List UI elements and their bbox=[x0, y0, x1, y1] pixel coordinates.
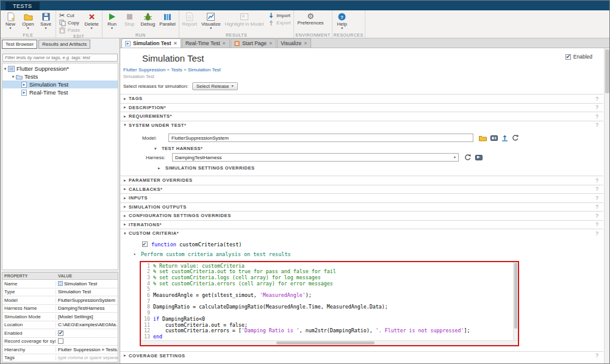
close-icon[interactable]: × bbox=[269, 41, 272, 46]
help-icon[interactable]: ? bbox=[595, 113, 598, 120]
section-custom-criteria[interactable]: ▾ CUSTOM CRITERIA* ? bbox=[120, 229, 603, 238]
tab-test-browser[interactable]: Test Browser bbox=[2, 40, 37, 49]
value-checkbox[interactable] bbox=[58, 330, 63, 336]
property-value[interactable]: Flutter Suppression » Tests... bbox=[56, 347, 118, 352]
help-icon[interactable]: ? bbox=[595, 104, 598, 110]
section-simulation-settings-overrides[interactable]: ▸ SIMULATION SETTINGS OVERRIDES bbox=[158, 165, 603, 171]
delete-button[interactable]: Delete ▾ bbox=[82, 11, 100, 30]
property-row[interactable]: ModelFlutterSuppressionSystem bbox=[2, 296, 118, 305]
property-value[interactable]: Simulation Test bbox=[56, 281, 118, 287]
property-value[interactable]: DampingTestHarness bbox=[56, 305, 118, 311]
enabled-checkbox-row[interactable]: Enabled bbox=[565, 54, 592, 60]
property-value[interactable] bbox=[56, 338, 118, 344]
property-row[interactable]: LocationC:\AEG\Examples\AEGMa... bbox=[2, 321, 118, 330]
property-value[interactable]: [Model Settings] bbox=[56, 314, 118, 319]
property-row[interactable]: TypeSimulation Test bbox=[2, 288, 118, 297]
save-button[interactable]: Save ▾ bbox=[37, 11, 54, 30]
breadcrumb-link[interactable]: Flutter Suppression bbox=[123, 67, 165, 73]
parallel-button[interactable]: Parallel bbox=[157, 11, 178, 27]
criteria-analysis-toggle[interactable]: ▸ Perform custom criteria analysis on te… bbox=[134, 251, 603, 257]
section-tags[interactable]: ▸ TAGS ? bbox=[120, 94, 603, 103]
help-icon[interactable]: ? bbox=[595, 230, 598, 237]
property-value[interactable]: C:\AEG\Examples\AEGMa... bbox=[56, 322, 118, 327]
code-horizontal-scrollbar[interactable] bbox=[141, 340, 518, 345]
tests-ribbon-tab[interactable]: TESTS bbox=[5, 2, 40, 10]
vertical-scrollbar[interactable] bbox=[604, 48, 609, 364]
section-requirements[interactable]: ▸ REQUIREMENTS* ? bbox=[120, 112, 603, 121]
filter-tests-input[interactable] bbox=[2, 54, 118, 62]
property-value[interactable]: type comma or space separat bbox=[56, 355, 118, 360]
scrollbar-thumb[interactable] bbox=[276, 341, 375, 344]
help-icon[interactable]: ? bbox=[595, 122, 598, 128]
highlight-in-model-button[interactable]: Highlight in Model bbox=[223, 11, 266, 27]
breadcrumb-link[interactable]: Simulation Test bbox=[188, 67, 221, 73]
value-checkbox[interactable] bbox=[58, 338, 63, 344]
cut-button[interactable]: ✂ Cut bbox=[57, 12, 82, 19]
tree-expand-icon[interactable]: ▾ bbox=[2, 66, 8, 71]
help-icon[interactable]: ? bbox=[595, 204, 598, 210]
harness-dropdown[interactable]: DampingTestHarness ▾ bbox=[172, 153, 459, 162]
code-line[interactable]: 6MeasuredAngle = get(sltest_simout, 'Mea… bbox=[142, 293, 512, 299]
close-icon[interactable]: × bbox=[174, 41, 177, 46]
close-icon[interactable]: × bbox=[304, 41, 307, 46]
code-line[interactable]: 13end bbox=[142, 334, 512, 340]
visualize-button[interactable]: Visualize ▾ bbox=[199, 11, 223, 30]
section-system-under-test[interactable]: ▾ SYSTEM UNDER TEST* ? bbox=[120, 121, 603, 130]
section-inputs[interactable]: ▸ INPUTS ? bbox=[120, 193, 603, 202]
tab-results-and-artifacts[interactable]: Results and Artifacts bbox=[38, 40, 90, 49]
refresh-icon[interactable] bbox=[512, 134, 519, 141]
section-coverage-settings[interactable]: ▸ COVERAGE SETTINGS ? bbox=[120, 351, 603, 360]
section-description[interactable]: ▸ DESCRIPTION* ? bbox=[120, 103, 603, 112]
debug-button[interactable]: Debug bbox=[139, 11, 157, 27]
section-parameter-overrides[interactable]: ▸ PARAMETER OVERRIDES ? bbox=[120, 176, 603, 185]
property-row[interactable]: Tagstype comma or space separat bbox=[2, 354, 118, 363]
breadcrumb-link[interactable]: Tests bbox=[171, 67, 182, 73]
browse-model-folder-icon[interactable] bbox=[479, 135, 487, 141]
enabled-checkbox[interactable] bbox=[565, 54, 571, 60]
paste-button[interactable]: Paste bbox=[57, 27, 82, 34]
open-button[interactable]: Open ▾ bbox=[20, 11, 37, 30]
open-model-arrow-icon[interactable] bbox=[501, 135, 508, 141]
model-input[interactable]: FlutterSuppressionSystem bbox=[168, 134, 473, 142]
stop-button[interactable]: Stop bbox=[121, 11, 138, 27]
help-icon[interactable]: ? bbox=[595, 213, 598, 219]
help-icon[interactable]: ? bbox=[595, 186, 598, 192]
custom-criteria-checkbox[interactable] bbox=[142, 241, 148, 247]
tree-item-test-file[interactable]: ▾ Flutter Suppression* bbox=[2, 65, 118, 73]
property-row[interactable]: Record coverage for syste... bbox=[2, 338, 118, 346]
tab-visualize[interactable]: Visualize × bbox=[277, 38, 311, 48]
scrollbar-thumb[interactable] bbox=[514, 263, 517, 329]
preferences-button[interactable]: ⚙ Preferences bbox=[295, 11, 325, 26]
tree-item-simulation-test[interactable]: Simulation Test bbox=[2, 80, 118, 88]
tab-start-page[interactable]: Start Page × bbox=[231, 38, 276, 48]
code-lines[interactable]: 1% Return value: customCriteria2% set cu… bbox=[141, 262, 518, 340]
section-callbacks[interactable]: ▸ CALLBACKS* ? bbox=[120, 185, 603, 194]
scrollbar-thumb[interactable] bbox=[605, 49, 609, 93]
property-row[interactable]: Simulation Mode[Model Settings] bbox=[2, 313, 118, 321]
code-vertical-scrollbar[interactable] bbox=[513, 262, 518, 340]
close-icon[interactable]: × bbox=[223, 41, 226, 46]
help-icon[interactable]: ? bbox=[595, 221, 598, 227]
help-icon[interactable]: ? bbox=[595, 96, 598, 102]
tab-real-time-test[interactable]: Real-Time Test × bbox=[182, 38, 230, 48]
section-iterations[interactable]: ▸ ITERATIONS* ? bbox=[120, 220, 603, 229]
section-configuration-settings-overrides[interactable]: ▸ CONFIGURATION SETTINGS OVERRIDES ? bbox=[120, 211, 603, 220]
new-button[interactable]: New ▾ bbox=[2, 11, 19, 30]
copy-button[interactable]: Copy bbox=[57, 20, 82, 26]
report-button[interactable]: Report bbox=[181, 11, 199, 27]
property-value[interactable]: FlutterSuppressionSystem bbox=[56, 298, 118, 303]
tree-item-real-time-test[interactable]: Real-Time Test bbox=[2, 88, 118, 96]
property-row[interactable]: HierarchyFlutter Suppression » Tests... bbox=[2, 346, 118, 354]
property-row[interactable]: NameSimulation Test bbox=[2, 280, 118, 288]
property-value[interactable] bbox=[56, 330, 118, 336]
run-button[interactable]: Run ▾ bbox=[104, 11, 121, 30]
property-row[interactable]: Enabled bbox=[2, 329, 118, 338]
help-icon[interactable]: ? bbox=[595, 352, 598, 359]
custom-criteria-code-editor[interactable]: 1% Return value: customCriteria2% set cu… bbox=[140, 261, 519, 346]
refresh-icon[interactable] bbox=[464, 154, 472, 161]
tree-expand-icon[interactable]: ▾ bbox=[10, 74, 16, 79]
tree-item-test-suite[interactable]: ▾ Tests bbox=[2, 73, 118, 80]
open-harness-icon[interactable] bbox=[475, 154, 483, 161]
tab-simulation-test[interactable]: Simulation Test × bbox=[121, 38, 181, 48]
select-release-dropdown[interactable]: Select Release ▾ bbox=[192, 82, 238, 90]
